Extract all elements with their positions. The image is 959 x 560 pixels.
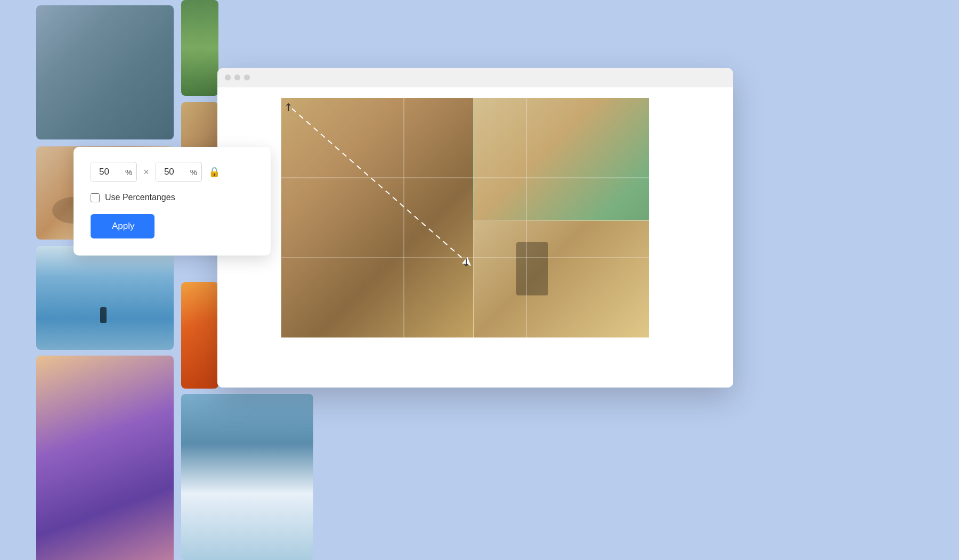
use-percentages-row: Use Percentanges bbox=[91, 193, 254, 202]
browser-titlebar bbox=[217, 68, 733, 87]
browser-dot-close[interactable] bbox=[225, 75, 231, 80]
width-suffix: % bbox=[125, 168, 136, 177]
bg-photo-sunset-purple bbox=[36, 356, 174, 560]
bg-photo-lake bbox=[36, 246, 174, 350]
width-input[interactable] bbox=[91, 162, 125, 182]
photo-bottom-right-crop bbox=[473, 220, 649, 337]
bg-photo-mountains bbox=[36, 5, 174, 139]
use-percentages-checkbox[interactable] bbox=[91, 193, 100, 202]
main-photo-container: ↖ ↘ bbox=[281, 98, 649, 337]
dimension-inputs-row: % × % 🔒 bbox=[91, 162, 254, 182]
bg-photo-mountain-snow bbox=[181, 394, 313, 560]
browser-dot-maximize[interactable] bbox=[244, 75, 250, 80]
resize-arrow-se[interactable]: ↘ bbox=[459, 254, 474, 270]
height-suffix: % bbox=[190, 168, 201, 177]
width-input-group: % bbox=[91, 162, 137, 182]
bg-photo-plants bbox=[181, 0, 218, 96]
browser-content: ↖ ↘ bbox=[217, 87, 733, 388]
height-input[interactable] bbox=[156, 162, 190, 182]
bg-photo-sunset-orange bbox=[181, 282, 218, 389]
svg-line-4 bbox=[292, 109, 468, 263]
apply-button[interactable]: Apply bbox=[91, 214, 155, 238]
browser-dot-minimize[interactable] bbox=[234, 75, 240, 80]
lock-icon[interactable]: 🔒 bbox=[208, 166, 220, 178]
use-percentages-label: Use Percentanges bbox=[105, 193, 175, 202]
height-input-group: % bbox=[156, 162, 202, 182]
resize-arrow-nw[interactable]: ↖ bbox=[281, 100, 296, 115]
browser-window: ↖ ↘ bbox=[217, 68, 733, 388]
times-symbol: × bbox=[143, 167, 149, 178]
resize-popup-dialog: % × % 🔒 Use Percentanges Apply bbox=[74, 147, 271, 256]
main-photo: ↖ ↘ bbox=[281, 98, 649, 337]
